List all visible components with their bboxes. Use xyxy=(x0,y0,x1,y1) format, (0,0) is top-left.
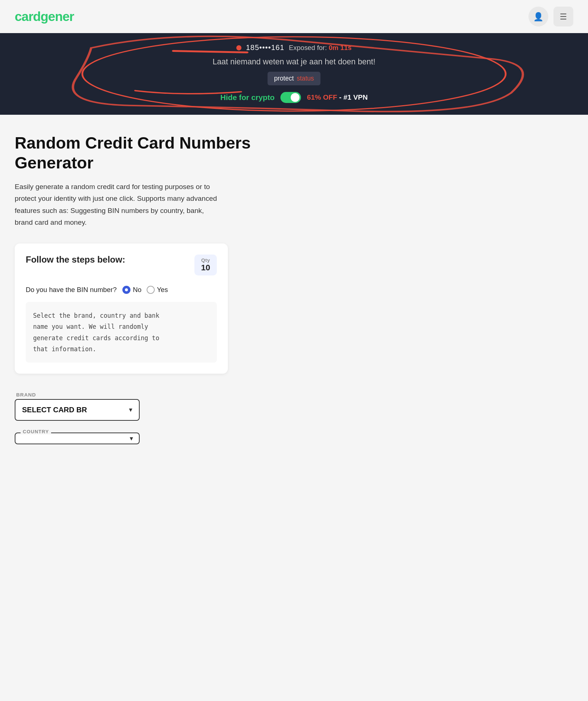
radio-yes-label: Yes xyxy=(157,286,168,294)
header: cardgener 👤 ☰ xyxy=(0,0,588,33)
brand-label: BRAND xyxy=(15,392,140,398)
radio-no-label: No xyxy=(133,286,141,294)
ip-status-dot xyxy=(236,45,241,50)
exposed-label: Exposed for: 0m 11s xyxy=(289,44,352,52)
radio-group: No Yes xyxy=(122,286,168,294)
hide-for-crypto-label: Hide for crypto xyxy=(220,93,275,102)
banner-ip-row: 185••••161 Exposed for: 0m 11s xyxy=(15,43,573,52)
banner-vpn-row: Hide for crypto 61% OFF - #1 VPN xyxy=(15,92,573,103)
country-dropdown[interactable]: COUNTRY ▾ xyxy=(15,433,140,444)
radio-yes[interactable]: Yes xyxy=(147,286,168,294)
menu-icon: ☰ xyxy=(560,12,567,22)
country-label: COUNTRY xyxy=(21,429,51,434)
ip-address: 185••••161 xyxy=(246,43,284,52)
brand-dropdown[interactable]: SELECT CARD BR ▾ xyxy=(15,399,140,421)
discount-text: 61% OFF xyxy=(307,93,337,101)
country-dropdown-group: COUNTRY ▾ xyxy=(15,433,140,444)
protect-button[interactable]: protect status xyxy=(268,72,321,85)
vpn-toggle[interactable] xyxy=(280,92,301,103)
vpn-rank: #1 xyxy=(343,93,351,101)
page-title: Random Credit Card Numbers Generator xyxy=(15,133,316,173)
banner-subtitle: Laat niemand weten wat je aan het doen b… xyxy=(15,57,573,67)
qty-label: Qty xyxy=(201,257,210,263)
brand-chevron-down-icon: ▾ xyxy=(129,406,132,414)
header-icons: 👤 ☰ xyxy=(528,7,573,26)
main-content: Random Credit Card Numbers Generator Eas… xyxy=(0,115,331,471)
user-icon-button[interactable]: 👤 xyxy=(528,7,548,26)
protect-status: status xyxy=(297,75,314,82)
hint-box: Select the brand, country and bankname y… xyxy=(26,302,217,363)
country-chevron-down-icon: ▾ xyxy=(130,435,133,442)
vpn-label: VPN xyxy=(353,93,368,101)
toggle-knob xyxy=(291,93,300,102)
page-description: Easily generate a random credit card for… xyxy=(15,181,220,229)
brand-value: SELECT CARD BR xyxy=(22,406,87,414)
steps-box: Follow the steps below: Qty 10 Do you ha… xyxy=(15,243,228,374)
steps-label: Follow the steps below: xyxy=(26,255,125,265)
bin-row: Do you have the BIN number? No Yes xyxy=(26,286,217,294)
steps-header: Follow the steps below: Qty 10 xyxy=(26,255,217,275)
vpn-separator: - xyxy=(339,93,344,101)
bin-question: Do you have the BIN number? xyxy=(26,286,116,294)
banner: 185••••161 Exposed for: 0m 11s Laat niem… xyxy=(0,33,588,115)
brand-dropdown-group: BRAND SELECT CARD BR ▾ xyxy=(15,392,140,421)
hint-text: Select the brand, country and bankname y… xyxy=(33,312,159,353)
radio-no-circle[interactable] xyxy=(122,286,130,294)
qty-box: Qty 10 xyxy=(194,255,217,275)
qty-input[interactable]: 10 xyxy=(201,263,210,273)
logo[interactable]: cardgener xyxy=(15,9,74,24)
radio-yes-circle[interactable] xyxy=(147,286,155,294)
menu-button[interactable]: ☰ xyxy=(553,7,573,26)
vpn-offer: 61% OFF - #1 VPN xyxy=(307,93,368,102)
radio-no[interactable]: No xyxy=(122,286,141,294)
exposed-time: 0m 11s xyxy=(329,44,351,51)
user-icon: 👤 xyxy=(533,12,544,22)
protect-label: protect xyxy=(274,75,294,82)
